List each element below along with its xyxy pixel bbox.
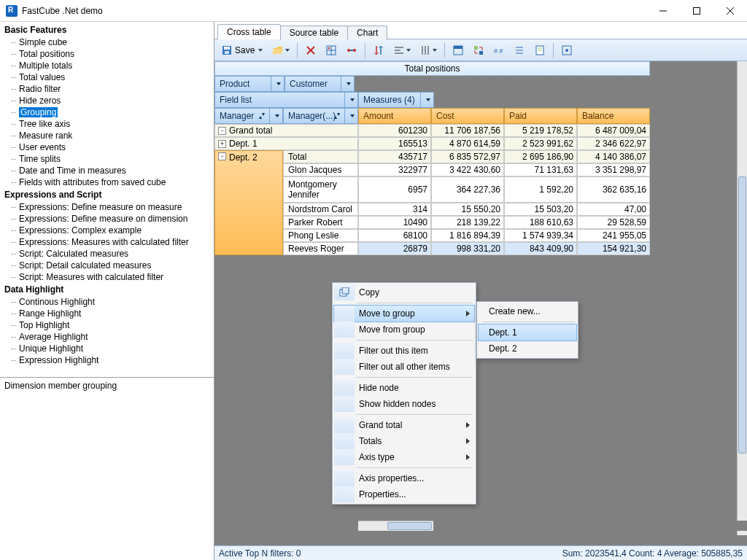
data-cell[interactable]: 1 592,20 [504,176,577,203]
data-cell[interactable]: 29 528,59 [577,216,650,229]
delete-button[interactable] [302,42,320,58]
vertical-scrollbar[interactable] [737,61,747,535]
tree-item[interactable]: Average Highlight [4,331,214,343]
data-cell[interactable]: 188 610,63 [504,216,577,229]
columns-icon[interactable] [417,42,440,58]
tree-item[interactable]: Range Highlight [4,308,214,319]
expand-icon[interactable]: + [218,140,226,148]
row-header[interactable]: Nordstrom Carol [283,203,358,216]
row-header[interactable]: Parker Robert [283,216,358,229]
measure-header[interactable]: Paid [504,108,577,124]
measure-header[interactable]: Cost [431,108,504,124]
row-header[interactable]: Total [283,150,358,163]
menu-item[interactable]: Filter out all other items [334,359,474,375]
menu-item[interactable]: Grand total [334,417,474,433]
tree-item[interactable]: Total values [4,71,214,83]
align-left-icon[interactable] [390,42,414,58]
context-menu[interactable]: CopyMove to groupMove from groupFilter o… [332,282,476,505]
data-cell[interactable]: 998 331,20 [431,242,504,255]
data-cell[interactable]: 2 695 186,90 [504,150,577,163]
chevron-down-icon[interactable] [271,77,284,91]
data-cell[interactable]: 2 346 622,97 [577,137,650,150]
tree-item[interactable]: Expressions: Complex example [4,225,214,236]
row-header[interactable]: Montgomery Jennifer [283,176,358,203]
minimize-button[interactable] [646,0,680,22]
tree-item[interactable]: Tree like axis [4,118,214,130]
feature-tree[interactable]: Basic FeaturesSimple cubeTotal positions… [0,22,214,377]
menu-item[interactable]: Create new... [479,303,576,319]
chevron-down-icon[interactable] [344,93,357,107]
data-cell[interactable]: 362 635,16 [577,176,650,203]
row-header[interactable]: -Dept. 2 [214,150,283,255]
row-header[interactable]: Reeves Roger [283,242,358,255]
settings-icon[interactable] [558,42,576,58]
data-cell[interactable]: 26879 [358,242,431,255]
data-cell[interactable]: 241 955,05 [577,229,650,242]
tree-group[interactable]: Basic Features [4,23,214,36]
menu-item[interactable]: Filter out this item [334,343,474,359]
data-cell[interactable]: 843 409,90 [504,242,577,255]
row-header[interactable]: Glon Jacques [283,163,358,176]
data-cell[interactable]: 10490 [358,216,431,229]
data-cell[interactable]: 15 550,20 [431,203,504,216]
menu-item[interactable]: Dept. 2 [479,341,576,357]
measure-header[interactable]: Balance [577,108,650,124]
tree-item[interactable]: Date and Time in measures [4,165,214,176]
data-cell[interactable]: 1 816 894,39 [431,229,504,242]
data-cell[interactable]: 3 351 298,97 [577,163,650,176]
maximize-button[interactable] [680,0,713,22]
data-cell[interactable]: 4 140 386,07 [577,150,650,163]
tree-item[interactable]: Expression Highlight [4,354,214,366]
data-cell[interactable]: 15 503,20 [504,203,577,216]
row-header[interactable]: +Dept. 1 [214,137,358,150]
tree-group[interactable]: Expressions and Script [4,188,214,201]
chevron-down-icon[interactable] [341,77,354,91]
data-cell[interactable]: 154 921,30 [577,242,650,255]
data-cell[interactable]: 601230 [358,124,431,137]
data-cell[interactable]: 4 870 614,59 [431,137,504,150]
tree-item[interactable]: Script: Calculated measures [4,248,214,260]
tree-item[interactable]: Time splits [4,153,214,165]
tree-item[interactable]: Measure rank [4,130,214,141]
menu-item[interactable]: Dept. 1 [479,324,576,341]
tree-item[interactable]: Multiple totals [4,60,214,71]
collapse-icon[interactable]: - [218,152,226,160]
chevron-down-icon[interactable] [269,109,282,123]
tree-item[interactable]: Unique Highlight [4,343,214,354]
swap-icon[interactable] [470,42,487,58]
row-dim[interactable]: Manager [214,108,283,124]
tab-chart[interactable]: Chart [347,26,387,40]
close-button[interactable] [713,0,747,22]
tab-cross-table[interactable]: Cross table [217,24,281,39]
tree-item[interactable]: Top Highlight [4,319,214,331]
row-header[interactable]: -Grand total [214,124,358,137]
menu-item[interactable]: Properties... [334,486,474,502]
field-list-button[interactable]: Field list [214,92,358,108]
menu-item[interactable]: Move to group [334,306,474,322]
data-cell[interactable]: 68100 [358,229,431,242]
format-icon[interactable]: #.# [490,42,508,58]
chevron-down-icon[interactable] [420,93,433,107]
data-cell[interactable]: 3 422 430,60 [431,163,504,176]
tab-source-table[interactable]: Source table [280,26,348,40]
data-cell[interactable]: 6957 [358,176,431,203]
tree-group[interactable]: Data Highlight [4,283,214,296]
sort-icon[interactable] [370,42,387,58]
data-cell[interactable]: 1 574 939,34 [504,229,577,242]
menu-item[interactable]: Move from group [334,322,474,338]
list-icon[interactable] [511,42,528,58]
doc-icon[interactable] [531,42,549,58]
tree-item[interactable]: Hide zeros [4,95,214,106]
menu-item[interactable]: Hide node [334,380,474,396]
data-cell[interactable]: 2 523 991,62 [504,137,577,150]
data-cell[interactable]: 6 835 572,97 [431,150,504,163]
tree-item[interactable]: Expressions: Define measure on dimension [4,213,214,225]
data-cell[interactable]: 314 [358,203,431,216]
save-button[interactable]: Save [217,42,266,58]
tree-item[interactable]: User events [4,141,214,153]
chevron-down-icon[interactable] [344,109,357,123]
open-button[interactable] [269,42,293,58]
data-cell[interactable]: 6 487 009,04 [577,124,650,137]
data-cell[interactable]: 165513 [358,137,431,150]
data-cell[interactable]: 71 131,63 [504,163,577,176]
